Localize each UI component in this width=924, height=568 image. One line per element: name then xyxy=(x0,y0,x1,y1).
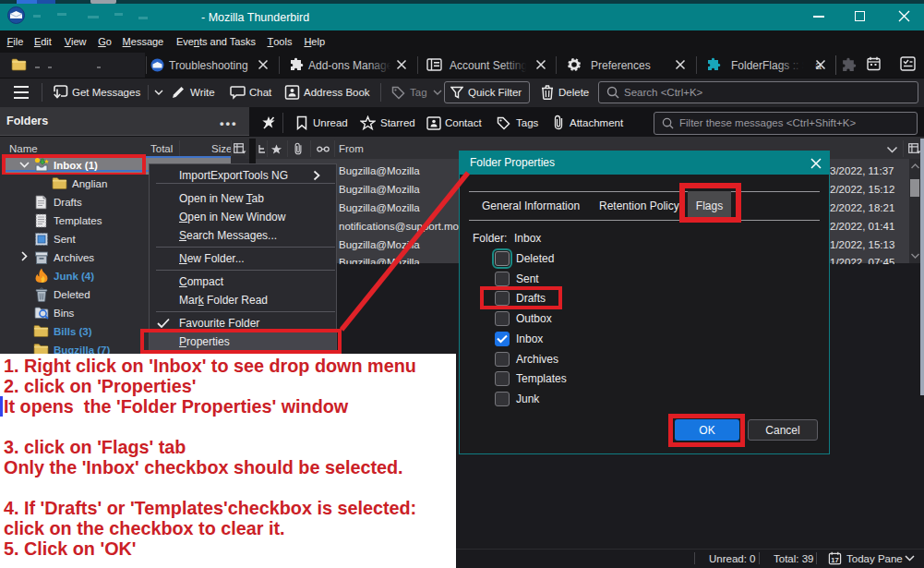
svg-text:17: 17 xyxy=(831,556,838,564)
